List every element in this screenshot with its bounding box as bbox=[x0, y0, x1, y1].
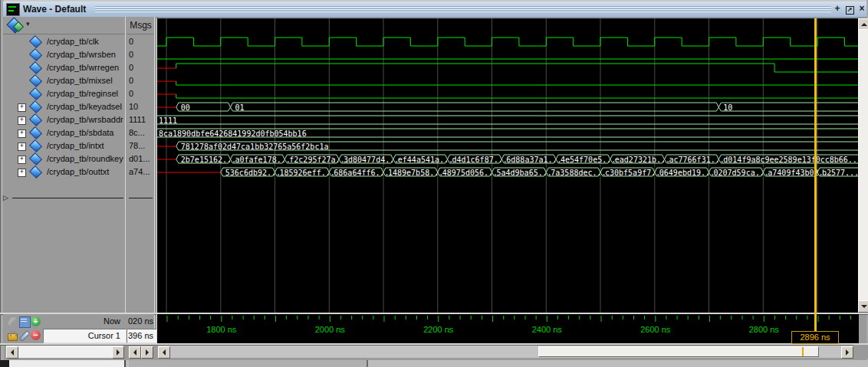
signal-msgs-value: 8c... bbox=[129, 128, 154, 137]
dock-button[interactable]: + bbox=[832, 4, 843, 15]
wave-wrsbaddr: 1111 bbox=[157, 116, 858, 125]
signal-diamond-icon bbox=[29, 139, 42, 152]
expand-button-intxt[interactable]: + bbox=[18, 143, 26, 151]
insertion-line-msgs bbox=[129, 198, 153, 198]
undock-button[interactable]: ↗ bbox=[844, 4, 855, 15]
names-scroll-left-button[interactable] bbox=[6, 346, 18, 359]
wave-intxt: 781278af02d47ca1bb32765a56f2bc1a bbox=[157, 142, 858, 151]
wave-scroll-right-button[interactable] bbox=[841, 346, 853, 359]
tools-icon[interactable] bbox=[8, 316, 18, 326]
msgs-panel-header: Msgs bbox=[127, 17, 154, 34]
cursor-row: − Cursor 1 396 ns bbox=[3, 329, 154, 343]
chevron-down-icon[interactable]: ▾ bbox=[26, 20, 30, 28]
wave-scroll-left-button[interactable] bbox=[158, 346, 170, 359]
signal-diamond-icon bbox=[29, 35, 42, 48]
window-title: Wave - Default bbox=[23, 4, 86, 15]
titlebar-grip[interactable] bbox=[95, 6, 831, 13]
insertion-line bbox=[12, 198, 123, 198]
waveform-canvas[interactable]: 00011011118ca1890dbfe6426841992d0fb054bb… bbox=[156, 18, 859, 313]
expand-button-roundkey[interactable]: + bbox=[18, 156, 26, 164]
signal-name: /crydap_tb/keyadsel bbox=[47, 102, 122, 111]
vertical-scroll-thumb[interactable] bbox=[858, 29, 868, 302]
signal-row-roundkey[interactable]: +/crydap_tb/roundkey bbox=[3, 152, 125, 165]
bus-value-label: 536c6db92... bbox=[225, 169, 281, 177]
cursor-time-label[interactable]: 2896 ns bbox=[791, 331, 839, 344]
signal-row-outtxt[interactable]: +/crydap_tb/outtxt bbox=[3, 165, 125, 179]
signal-msgs-row-keyadsel: 10 bbox=[127, 100, 154, 113]
time-cursor[interactable] bbox=[814, 18, 817, 343]
add-cursor-icon[interactable]: + bbox=[31, 316, 41, 326]
signal-row-reginsel[interactable]: /crydap_tb/reginsel bbox=[3, 87, 125, 100]
bus-value-label: 8ca1890dbfe6426841992d0fb054bb16 bbox=[159, 129, 307, 138]
bus-value-label: 6d88a37a1... bbox=[506, 156, 561, 164]
bus-value-label: 1111 bbox=[159, 116, 177, 125]
signal-row-wrsbaddr[interactable]: +/crydap_tb/wrsbaddr bbox=[3, 113, 125, 126]
bus-value-label: ead27321b... bbox=[615, 156, 670, 164]
signal-msgs-row-wrregen: 0 bbox=[127, 61, 154, 74]
signal-msgs-row-reginsel: 0 bbox=[127, 87, 154, 100]
bus-value-label: 2b7e15162... bbox=[181, 156, 236, 164]
wave-keyadsel: 000110 bbox=[157, 103, 858, 112]
notes-icon[interactable] bbox=[19, 316, 31, 328]
signal-msgs-value: 0 bbox=[129, 76, 154, 85]
signal-diamond-icon bbox=[29, 113, 42, 126]
signal-msgs-row-clk: 0 bbox=[127, 35, 154, 48]
signal-msgs-row-roundkey: d01... bbox=[127, 152, 154, 165]
signal-name: /crydap_tb/reginsel bbox=[47, 89, 118, 98]
signal-name: /crydap_tb/intxt bbox=[47, 141, 104, 150]
signal-name: /crydap_tb/clk bbox=[47, 37, 99, 46]
names-panel-header: ▾ bbox=[3, 17, 125, 34]
signal-msgs-value: 0 bbox=[129, 63, 154, 72]
msgs-scroll-left-button[interactable] bbox=[129, 346, 141, 359]
now-value: 020 ns bbox=[128, 316, 156, 326]
signal-row-mixsel[interactable]: /crydap_tb/mixsel bbox=[3, 74, 125, 87]
wave-wrregen bbox=[157, 64, 858, 72]
bus-value-label: 185926eff... bbox=[280, 169, 335, 177]
signal-row-intxt[interactable]: +/crydap_tb/intxt bbox=[3, 139, 125, 152]
bus-value-label: 3d80477d4... bbox=[344, 156, 399, 164]
signal-row-keyadsel[interactable]: +/crydap_tb/keyadsel bbox=[3, 100, 125, 113]
remove-cursor-icon[interactable]: − bbox=[31, 330, 41, 340]
bus-value-label: b2577... bbox=[822, 169, 858, 177]
timeline-label: 1800 ns bbox=[206, 325, 237, 334]
signal-msgs-row-wrsbaddr: 1111 bbox=[127, 113, 154, 126]
signal-msgs-row-wrsben: 0 bbox=[127, 48, 154, 61]
bus-value-label: 7a3588dec... bbox=[551, 169, 606, 177]
bus-value-label: 01 bbox=[235, 103, 245, 112]
bus-value-label: d4d1c6f87... bbox=[452, 156, 508, 164]
expand-button-outtxt[interactable]: + bbox=[18, 169, 26, 177]
lock-icon[interactable] bbox=[8, 333, 18, 341]
signal-row-sbdata[interactable]: +/crydap_tb/sbdata bbox=[3, 126, 125, 139]
signal-diamond-icon bbox=[29, 100, 42, 113]
names-scroll-right-button[interactable] bbox=[112, 346, 124, 359]
cursor-label: Cursor 1 bbox=[88, 331, 120, 340]
signal-msgs-value: 0 bbox=[129, 89, 154, 98]
wave-hscroll-thumb[interactable] bbox=[538, 346, 819, 357]
close-button[interactable]: × bbox=[856, 4, 867, 15]
signal-row-clk[interactable]: /crydap_tb/clk bbox=[3, 35, 125, 48]
scroll-down-button[interactable] bbox=[858, 300, 868, 313]
signal-name: /crydap_tb/mixsel bbox=[47, 76, 113, 85]
expand-button-wrsbaddr[interactable]: + bbox=[18, 116, 26, 125]
msgs-panel: Msgs 000001011118c...78...d01...a74... bbox=[127, 17, 154, 314]
signal-row-wrregen[interactable]: /crydap_tb/wrregen bbox=[3, 61, 125, 74]
signal-msgs-row-mixsel: 0 bbox=[127, 74, 154, 87]
names-hscroll-track[interactable] bbox=[6, 346, 123, 358]
wrench-icon[interactable] bbox=[19, 330, 31, 342]
wave-window-icon bbox=[6, 3, 20, 16]
signal-msgs-row-outtxt: a74... bbox=[127, 165, 154, 179]
cursor-position-tick bbox=[802, 347, 804, 356]
bus-value-label: 48975d056... bbox=[442, 169, 498, 177]
titlebar[interactable]: Wave - Default + ↗ × bbox=[3, 2, 866, 18]
expand-button-keyadsel[interactable]: + bbox=[18, 103, 26, 112]
signal-msgs-row-intxt: 78... bbox=[127, 139, 154, 152]
signal-msgs-value: 1111 bbox=[129, 115, 154, 124]
signal-row-wrsben[interactable]: /crydap_tb/wrsben bbox=[3, 48, 125, 61]
msgs-scroll-right-button[interactable] bbox=[141, 346, 153, 359]
bus-value-label: 4e54f70e5... bbox=[561, 156, 616, 164]
signal-msgs-value: a74... bbox=[129, 167, 154, 176]
bus-value-label: ef44a541a... bbox=[398, 156, 453, 164]
expand-button-sbdata[interactable]: + bbox=[18, 129, 26, 138]
timeline[interactable]: 1800 ns2000 ns2200 ns2400 ns2600 ns2800 … bbox=[156, 314, 859, 343]
signal-msgs-value: 78... bbox=[129, 141, 154, 150]
